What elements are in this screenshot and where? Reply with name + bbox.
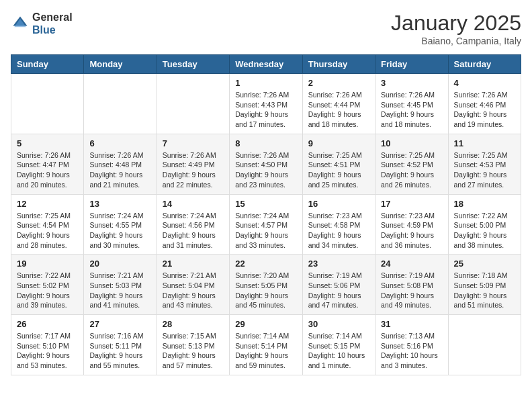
calendar-day-cell: 3Sunrise: 7:26 AM Sunset: 4:45 PM Daylig… xyxy=(375,74,448,134)
calendar-day-cell: 9Sunrise: 7:25 AM Sunset: 4:51 PM Daylig… xyxy=(302,134,375,194)
calendar-week-row: 5Sunrise: 7:26 AM Sunset: 4:47 PM Daylig… xyxy=(11,134,521,194)
weekday-header-cell: Saturday xyxy=(448,55,521,74)
day-info: Sunrise: 7:19 AM Sunset: 5:06 PM Dayligh… xyxy=(308,271,369,310)
location-title: Baiano, Campania, Italy xyxy=(391,36,521,46)
day-info: Sunrise: 7:14 AM Sunset: 5:15 PM Dayligh… xyxy=(308,331,369,371)
day-number: 19 xyxy=(17,259,78,269)
day-info: Sunrise: 7:24 AM Sunset: 4:55 PM Dayligh… xyxy=(89,211,150,250)
calendar-day-cell xyxy=(11,74,84,134)
day-info: Sunrise: 7:13 AM Sunset: 5:16 PM Dayligh… xyxy=(381,331,442,371)
day-number: 24 xyxy=(381,259,442,269)
day-number: 12 xyxy=(17,199,78,209)
calendar-day-cell: 8Sunrise: 7:26 AM Sunset: 4:50 PM Daylig… xyxy=(230,134,302,194)
calendar-day-cell: 11Sunrise: 7:25 AM Sunset: 4:53 PM Dayli… xyxy=(448,134,521,194)
day-info: Sunrise: 7:16 AM Sunset: 5:11 PM Dayligh… xyxy=(89,331,150,371)
day-info: Sunrise: 7:26 AM Sunset: 4:46 PM Dayligh… xyxy=(454,90,515,130)
day-number: 26 xyxy=(17,319,78,329)
day-number: 5 xyxy=(17,138,78,148)
day-info: Sunrise: 7:22 AM Sunset: 5:02 PM Dayligh… xyxy=(17,271,78,310)
calendar-day-cell: 14Sunrise: 7:24 AM Sunset: 4:56 PM Dayli… xyxy=(157,194,229,255)
weekday-header-cell: Monday xyxy=(84,55,157,74)
logo-icon xyxy=(11,14,30,33)
calendar-day-cell: 5Sunrise: 7:26 AM Sunset: 4:47 PM Daylig… xyxy=(11,134,84,194)
day-info: Sunrise: 7:26 AM Sunset: 4:43 PM Dayligh… xyxy=(235,90,296,130)
logo: General Blue xyxy=(11,11,73,36)
calendar-day-cell: 12Sunrise: 7:25 AM Sunset: 4:54 PM Dayli… xyxy=(11,194,84,255)
calendar-day-cell xyxy=(84,74,157,134)
day-number: 31 xyxy=(381,319,442,329)
day-info: Sunrise: 7:23 AM Sunset: 4:59 PM Dayligh… xyxy=(381,211,442,250)
day-info: Sunrise: 7:24 AM Sunset: 4:57 PM Dayligh… xyxy=(235,211,296,250)
day-number: 4 xyxy=(454,78,515,88)
day-number: 11 xyxy=(454,138,515,148)
weekday-header-cell: Thursday xyxy=(302,55,375,74)
day-number: 29 xyxy=(235,319,296,329)
calendar-day-cell xyxy=(157,74,229,134)
calendar-day-cell: 10Sunrise: 7:25 AM Sunset: 4:52 PM Dayli… xyxy=(375,134,448,194)
day-number: 2 xyxy=(308,78,369,88)
day-info: Sunrise: 7:25 AM Sunset: 4:52 PM Dayligh… xyxy=(381,150,442,190)
weekday-header-cell: Tuesday xyxy=(157,55,229,74)
weekday-header-cell: Sunday xyxy=(11,55,84,74)
calendar-day-cell: 19Sunrise: 7:22 AM Sunset: 5:02 PM Dayli… xyxy=(11,255,84,315)
day-number: 3 xyxy=(381,78,442,88)
calendar-day-cell: 20Sunrise: 7:21 AM Sunset: 5:03 PM Dayli… xyxy=(84,255,157,315)
calendar-day-cell: 22Sunrise: 7:20 AM Sunset: 5:05 PM Dayli… xyxy=(230,255,302,315)
day-number: 25 xyxy=(454,259,515,269)
calendar-day-cell: 30Sunrise: 7:14 AM Sunset: 5:15 PM Dayli… xyxy=(302,315,375,375)
day-number: 23 xyxy=(308,259,369,269)
calendar-day-cell: 23Sunrise: 7:19 AM Sunset: 5:06 PM Dayli… xyxy=(302,255,375,315)
day-number: 28 xyxy=(163,319,224,329)
day-number: 18 xyxy=(454,199,515,209)
calendar-body: 1Sunrise: 7:26 AM Sunset: 4:43 PM Daylig… xyxy=(11,74,521,375)
day-info: Sunrise: 7:25 AM Sunset: 4:54 PM Dayligh… xyxy=(17,211,78,250)
day-info: Sunrise: 7:21 AM Sunset: 5:03 PM Dayligh… xyxy=(89,271,150,310)
day-info: Sunrise: 7:15 AM Sunset: 5:13 PM Dayligh… xyxy=(163,331,224,371)
day-number: 27 xyxy=(89,319,150,329)
calendar-day-cell: 13Sunrise: 7:24 AM Sunset: 4:55 PM Dayli… xyxy=(84,194,157,255)
day-number: 1 xyxy=(235,78,296,88)
day-number: 10 xyxy=(381,138,442,148)
calendar-week-row: 26Sunrise: 7:17 AM Sunset: 5:10 PM Dayli… xyxy=(11,315,521,375)
day-info: Sunrise: 7:26 AM Sunset: 4:47 PM Dayligh… xyxy=(17,150,78,190)
day-number: 21 xyxy=(163,259,224,269)
day-info: Sunrise: 7:17 AM Sunset: 5:10 PM Dayligh… xyxy=(17,331,78,371)
day-info: Sunrise: 7:25 AM Sunset: 4:53 PM Dayligh… xyxy=(454,150,515,190)
day-info: Sunrise: 7:24 AM Sunset: 4:56 PM Dayligh… xyxy=(163,211,224,250)
calendar-day-cell: 29Sunrise: 7:14 AM Sunset: 5:14 PM Dayli… xyxy=(230,315,302,375)
day-info: Sunrise: 7:26 AM Sunset: 4:50 PM Dayligh… xyxy=(235,150,296,190)
month-title: January 2025 xyxy=(391,11,521,36)
day-info: Sunrise: 7:26 AM Sunset: 4:45 PM Dayligh… xyxy=(381,90,442,130)
calendar-day-cell: 2Sunrise: 7:26 AM Sunset: 4:44 PM Daylig… xyxy=(302,74,375,134)
day-number: 30 xyxy=(308,319,369,329)
day-number: 14 xyxy=(163,199,224,209)
day-number: 16 xyxy=(308,199,369,209)
weekday-header-row: SundayMondayTuesdayWednesdayThursdayFrid… xyxy=(11,55,521,74)
day-number: 20 xyxy=(89,259,150,269)
day-info: Sunrise: 7:19 AM Sunset: 5:08 PM Dayligh… xyxy=(381,271,442,310)
calendar-week-row: 12Sunrise: 7:25 AM Sunset: 4:54 PM Dayli… xyxy=(11,194,521,255)
day-number: 6 xyxy=(89,138,150,148)
day-info: Sunrise: 7:20 AM Sunset: 5:05 PM Dayligh… xyxy=(235,271,296,310)
title-block: January 2025 Baiano, Campania, Italy xyxy=(391,11,521,46)
weekday-header-cell: Wednesday xyxy=(230,55,302,74)
calendar-week-row: 19Sunrise: 7:22 AM Sunset: 5:02 PM Dayli… xyxy=(11,255,521,315)
calendar-day-cell: 24Sunrise: 7:19 AM Sunset: 5:08 PM Dayli… xyxy=(375,255,448,315)
day-number: 17 xyxy=(381,199,442,209)
calendar-table: SundayMondayTuesdayWednesdayThursdayFrid… xyxy=(11,54,521,375)
day-info: Sunrise: 7:23 AM Sunset: 4:58 PM Dayligh… xyxy=(308,211,369,250)
day-number: 9 xyxy=(308,138,369,148)
calendar-day-cell: 31Sunrise: 7:13 AM Sunset: 5:16 PM Dayli… xyxy=(375,315,448,375)
weekday-header-cell: Friday xyxy=(375,55,448,74)
calendar-day-cell: 25Sunrise: 7:18 AM Sunset: 5:09 PM Dayli… xyxy=(448,255,521,315)
day-info: Sunrise: 7:26 AM Sunset: 4:44 PM Dayligh… xyxy=(308,90,369,130)
calendar-day-cell: 26Sunrise: 7:17 AM Sunset: 5:10 PM Dayli… xyxy=(11,315,84,375)
calendar-day-cell: 18Sunrise: 7:22 AM Sunset: 5:00 PM Dayli… xyxy=(448,194,521,255)
day-info: Sunrise: 7:22 AM Sunset: 5:00 PM Dayligh… xyxy=(454,211,515,250)
day-info: Sunrise: 7:18 AM Sunset: 5:09 PM Dayligh… xyxy=(454,271,515,310)
day-info: Sunrise: 7:26 AM Sunset: 4:49 PM Dayligh… xyxy=(163,150,224,190)
calendar-day-cell: 17Sunrise: 7:23 AM Sunset: 4:59 PM Dayli… xyxy=(375,194,448,255)
day-info: Sunrise: 7:25 AM Sunset: 4:51 PM Dayligh… xyxy=(308,150,369,190)
calendar-day-cell: 6Sunrise: 7:26 AM Sunset: 4:48 PM Daylig… xyxy=(84,134,157,194)
day-info: Sunrise: 7:14 AM Sunset: 5:14 PM Dayligh… xyxy=(235,331,296,371)
